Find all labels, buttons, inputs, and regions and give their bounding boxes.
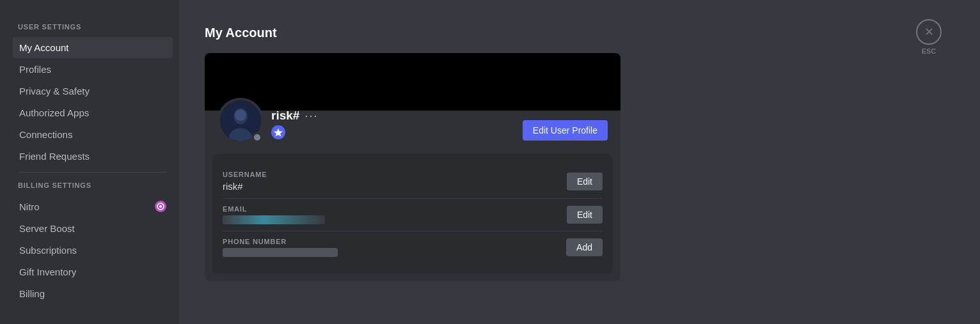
username-edit-button[interactable]: Edit — [567, 173, 603, 190]
close-icon: ✕ — [924, 25, 934, 39]
phone-field-left: PHONE NUMBER — [223, 238, 566, 257]
sidebar-item-nitro[interactable]: Nitro — [13, 196, 173, 217]
phone-field-row: PHONE NUMBER Add — [223, 231, 603, 263]
svg-marker-6 — [274, 128, 283, 137]
user-settings-section-label: USER SETTINGS — [13, 19, 173, 35]
sidebar-item-label: Connections — [19, 129, 72, 140]
sidebar-item-my-account[interactable]: My Account — [13, 37, 173, 58]
sidebar-item-subscriptions[interactable]: Subscriptions — [13, 240, 173, 261]
email-edit-button[interactable]: Edit — [567, 206, 603, 224]
sidebar-item-label: Nitro — [19, 201, 40, 212]
sidebar-item-label: Friend Requests — [19, 151, 90, 162]
svg-point-5 — [235, 109, 246, 121]
sidebar-item-label: Server Boost — [19, 223, 75, 234]
phone-field-label: PHONE NUMBER — [223, 238, 566, 245]
main-content: My Account — [179, 0, 980, 324]
username-display: risk# — [271, 109, 299, 123]
sidebar-item-label: Billing — [19, 288, 45, 299]
avatar-status-indicator — [252, 132, 262, 143]
sidebar-item-label: Authorized Apps — [19, 107, 89, 118]
email-field-value-redacted — [223, 215, 325, 224]
svg-point-1 — [159, 205, 162, 208]
email-field-row: EMAIL Edit — [223, 199, 603, 231]
avatar-wrapper — [217, 98, 264, 144]
profile-card: risk# ··· Edit User Profile USERNAME — [205, 53, 620, 281]
email-field-label: EMAIL — [223, 205, 567, 213]
sidebar: USER SETTINGS My Account Profiles Privac… — [0, 0, 179, 324]
sidebar-item-label: Privacy & Safety — [19, 86, 90, 96]
sidebar-item-friend-requests[interactable]: Friend Requests — [13, 146, 173, 167]
username-field-left: USERNAME risk# — [223, 171, 567, 192]
close-area[interactable]: ✕ ESC — [916, 19, 942, 55]
close-button[interactable]: ✕ — [916, 19, 942, 45]
sidebar-item-authorized-apps[interactable]: Authorized Apps — [13, 102, 173, 123]
sidebar-divider — [19, 172, 166, 173]
sidebar-item-billing[interactable]: Billing — [13, 283, 173, 304]
billing-settings-section-label: BILLING SETTINGS — [13, 178, 173, 193]
sidebar-item-server-boost[interactable]: Server Boost — [13, 218, 173, 239]
username-row: risk# ··· — [271, 109, 318, 123]
username-field-label: USERNAME — [223, 171, 567, 178]
sidebar-item-gift-inventory[interactable]: Gift Inventory — [13, 261, 173, 282]
page-title: My Account — [205, 26, 961, 40]
nitro-badge — [155, 201, 166, 212]
username-field-value: risk# — [223, 181, 567, 192]
fields-section: USERNAME risk# Edit EMAIL Edit PHONE NUM… — [212, 154, 613, 274]
sidebar-item-label: Profiles — [19, 64, 51, 75]
profile-left: risk# ··· — [217, 98, 318, 144]
username-area: risk# ··· — [271, 109, 318, 139]
phone-field-value-redacted — [223, 248, 338, 257]
profile-info-row: risk# ··· Edit User Profile — [205, 111, 620, 154]
username-redacted: ··· — [304, 109, 318, 123]
close-label: ESC — [922, 47, 937, 55]
sidebar-item-connections[interactable]: Connections — [13, 124, 173, 145]
sidebar-item-label: Gift Inventory — [19, 266, 76, 277]
sidebar-item-label: My Account — [19, 42, 69, 53]
sidebar-item-privacy-safety[interactable]: Privacy & Safety — [13, 81, 173, 102]
sidebar-item-label: Subscriptions — [19, 245, 77, 256]
edit-user-profile-button[interactable]: Edit User Profile — [523, 120, 608, 141]
phone-add-button[interactable]: Add — [566, 238, 603, 256]
email-field-left: EMAIL — [223, 205, 567, 224]
username-field-row: USERNAME risk# Edit — [223, 164, 603, 199]
sidebar-item-profiles[interactable]: Profiles — [13, 59, 173, 80]
hypesquad-badge — [271, 125, 285, 139]
